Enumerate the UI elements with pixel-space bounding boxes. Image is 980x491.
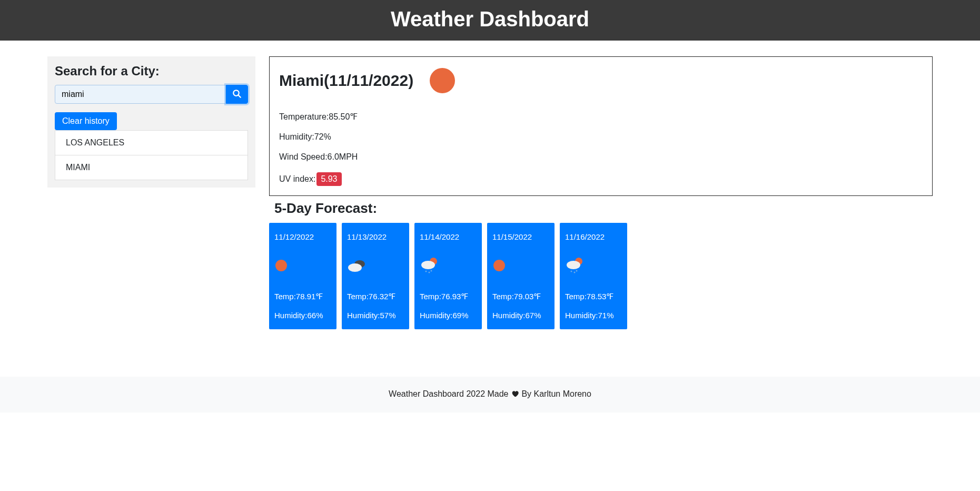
search-row [55,85,248,104]
rain-sun-icon [420,255,477,276]
forecast-date: 11/13/2022 [347,232,404,241]
svg-point-13 [567,261,580,269]
forecast-humidity: Humidity:66% [274,311,331,320]
svg-point-7 [421,261,435,269]
main-content: Miami(11/11/2022) Temperature:85.50℉ Hum… [269,56,933,329]
svg-point-8 [425,271,427,272]
current-temperature: Temperature:85.50℉ [279,112,923,122]
forecast-date: 11/16/2022 [565,232,622,241]
forecast-humidity: Humidity:69% [420,311,477,320]
forecast-humidity: Humidity:57% [347,311,404,320]
page-footer: Weather Dashboard 2022 Made By Karltun M… [0,377,980,413]
forecast-temp: Temp:79.03℉ [492,292,549,301]
forecast-card: 11/16/2022Temp:78.53℉Humidity:71% [560,223,627,329]
current-humidity: Humidity:72% [279,132,923,142]
forecast-date: 11/14/2022 [420,232,477,241]
sun-icon [429,67,456,94]
current-city-date: Miami(11/11/2022) [279,72,413,90]
forecast-card: 11/12/2022Temp:78.91℉Humidity:66% [269,223,336,329]
search-history-list: LOS ANGELES MIAMI [55,130,248,180]
svg-point-16 [576,270,578,272]
forecast-title: 5-Day Forecast: [274,200,933,217]
svg-line-1 [238,95,241,97]
city-search-input[interactable] [55,85,226,104]
page-header: Weather Dashboard [0,0,980,41]
search-button[interactable] [226,85,248,104]
search-icon [232,89,242,100]
history-item[interactable]: MIAMI [55,155,248,180]
footer-text: Weather Dashboard 2022 Made [389,389,511,398]
forecast-temp: Temp:78.53℉ [565,292,622,301]
forecast-temp: Temp:76.93℉ [420,292,477,301]
search-sidebar: Search for a City: Clear history LOS ANG… [47,56,255,188]
uv-badge: 5.93 [316,172,341,186]
forecast-date: 11/12/2022 [274,232,331,241]
svg-point-9 [429,272,430,273]
clear-history-button[interactable]: Clear history [55,112,117,130]
svg-point-10 [431,270,432,272]
heart-icon [511,389,519,400]
sun-icon [492,255,549,276]
search-label: Search for a City: [55,64,248,78]
svg-point-15 [574,272,576,273]
svg-point-11 [493,260,505,271]
forecast-card: 11/15/2022Temp:79.03℉Humidity:67% [487,223,555,329]
current-weather-card: Miami(11/11/2022) Temperature:85.50℉ Hum… [269,56,933,196]
svg-point-2 [430,68,455,93]
page-title: Weather Dashboard [0,7,980,31]
footer-text: By Karltun Moreno [519,389,591,398]
forecast-card: 11/13/2022Temp:76.32℉Humidity:57% [342,223,409,329]
forecast-temp: Temp:76.32℉ [347,292,404,301]
main-container: Search for a City: Clear history LOS ANG… [0,41,980,356]
history-item[interactable]: LOS ANGELES [55,130,248,155]
forecast-humidity: Humidity:71% [565,311,622,320]
clouds-icon [347,255,404,276]
svg-point-3 [275,260,287,271]
forecast-humidity: Humidity:67% [492,311,549,320]
sun-icon [274,255,331,276]
current-wind: Wind Speed:6.0MPH [279,152,923,162]
forecast-date: 11/15/2022 [492,232,549,241]
forecast-row: 11/12/2022Temp:78.91℉Humidity:66%11/13/2… [269,223,933,329]
forecast-card: 11/14/2022Temp:76.93℉Humidity:69% [414,223,482,329]
current-title-row: Miami(11/11/2022) [279,67,923,94]
current-uv: UV index:5.93 [279,172,923,186]
forecast-temp: Temp:78.91℉ [274,292,331,301]
svg-point-14 [571,271,572,272]
svg-point-5 [348,263,362,272]
rain-sun-icon [565,255,622,276]
